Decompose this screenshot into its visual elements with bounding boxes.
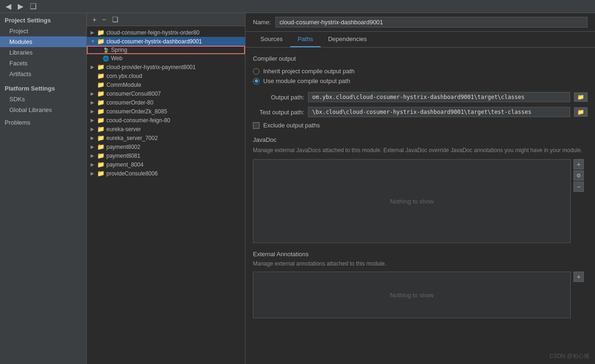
sidebar-item-artifacts[interactable]: Artifacts xyxy=(0,69,86,79)
tree-arrow: ▶ xyxy=(91,100,97,105)
sidebar-item-modules[interactable]: Modules xyxy=(0,36,86,47)
tab-paths[interactable]: Paths xyxy=(290,32,321,47)
tree-item-payment8001[interactable]: ▶ 📁 cloud-provider-hystrix-payment8001 xyxy=(87,63,245,71)
tree-add-button[interactable]: + xyxy=(91,14,98,24)
output-path-label: Output path: xyxy=(253,94,304,101)
tree-item-label: Spring xyxy=(111,47,127,53)
tree-item-label: consumerOrderZk_8085 xyxy=(106,108,167,115)
folder-icon: 📁 xyxy=(97,72,105,79)
radio-item-module[interactable]: Use module compile output path xyxy=(253,77,588,84)
tree-item-consumerorder80[interactable]: ▶ 📁 consumerOrder-80 xyxy=(87,98,245,107)
sidebar-item-facets[interactable]: Facets xyxy=(0,58,86,69)
output-path-input[interactable] xyxy=(308,92,570,102)
ext-ann-box: Nothing to show xyxy=(253,272,571,318)
tree-item-payment8081[interactable]: ▶ 📁 payment8081 xyxy=(87,151,245,160)
tree-item-label: eureka-server xyxy=(106,126,141,133)
sidebar-item-sdks[interactable]: SDKs xyxy=(0,94,86,105)
folder-icon: 📁 xyxy=(97,108,105,115)
tree-item-spring[interactable]: 🍃 Spring xyxy=(87,46,245,54)
tree-arrow: ▼ xyxy=(91,39,97,44)
tree-arrow: ▶ xyxy=(91,126,97,132)
sidebar-item-libraries[interactable]: Libraries xyxy=(0,47,86,58)
tree-item-eureka-server-7002[interactable]: ▶ 📁 eureka_server_7002 xyxy=(87,133,245,142)
folder-icon: 📁 xyxy=(97,134,105,141)
tree-item-com-ybx-cloud[interactable]: ▶ 📁 com.ybx.cloud xyxy=(87,71,245,80)
spring-icon: 🍃 xyxy=(103,47,109,53)
ext-ann-desc: Manage external annotations attached to … xyxy=(253,260,588,267)
tree-item-consumerorderzk8085[interactable]: ▶ 📁 consumerOrderZk_8085 xyxy=(87,107,245,116)
exclude-checkbox-label: Exclude output paths xyxy=(263,122,320,129)
output-path-row: Output path: 📁 xyxy=(253,92,588,102)
tree-arrow: ▶ xyxy=(91,118,97,123)
forward-button[interactable]: ▶ xyxy=(16,2,25,11)
tree-arrow: ▶ xyxy=(91,135,97,140)
radio-circle-inherit[interactable] xyxy=(253,68,259,75)
folder-icon: 📁 xyxy=(97,161,105,168)
sidebar-item-global-libraries[interactable]: Global Libraries xyxy=(0,105,86,115)
tree-item-label: payment8081 xyxy=(106,153,140,159)
platform-settings-title: Platform Settings xyxy=(0,81,86,94)
tree-item-provideconsule8006[interactable]: ▶ 📁 provideConsule8006 xyxy=(87,169,245,178)
compiler-output-title: Compiler output xyxy=(253,55,588,62)
test-output-path-input[interactable] xyxy=(308,107,570,117)
sidebar-item-project[interactable]: Project xyxy=(0,26,86,36)
javadoc-settings-btn[interactable]: ⚙ xyxy=(574,170,584,181)
tree-item-cooud-feign80[interactable]: ▶ 📁 cooud-consumer-feign-80 xyxy=(87,116,245,125)
radio-circle-module[interactable] xyxy=(253,78,259,84)
folder-icon: 📁 xyxy=(97,152,105,159)
tree-item-label: payment8002 xyxy=(106,144,140,150)
tree-item-payment8002[interactable]: ▶ 📁 payment8002 xyxy=(87,142,245,151)
tree-toolbar: + − ❑ xyxy=(87,13,245,26)
radio-label-inherit: Inherit project compile output path xyxy=(263,68,355,75)
test-output-path-row: Test output path: 📁 xyxy=(253,107,588,117)
tree-item-commmodule[interactable]: ▶ 📁 CommModule xyxy=(87,80,245,89)
ext-ann-empty-label: Nothing to show xyxy=(390,292,434,299)
javadoc-add-btn[interactable]: + xyxy=(574,159,584,169)
tree-item-label: consumerConsul8007 xyxy=(106,91,161,97)
tree-arrow: ▶ xyxy=(91,30,97,35)
name-input[interactable] xyxy=(275,17,588,28)
back-button[interactable]: ◀ xyxy=(4,2,13,11)
tree-panel: + − ❑ ▶ 📁 cloud-consumer-feign-hystrix-o… xyxy=(87,13,245,364)
javadoc-remove-btn[interactable]: − xyxy=(574,182,584,192)
copy-button[interactable]: ❑ xyxy=(28,2,38,11)
tree-copy-button[interactable]: ❑ xyxy=(110,14,120,25)
tree-item-label: payment_8004 xyxy=(106,161,143,168)
tree-item-eureka-server[interactable]: ▶ 📁 eureka-server xyxy=(87,125,245,133)
tree-arrow: ▶ xyxy=(91,171,97,176)
tree-arrow: ▶ xyxy=(91,153,97,158)
folder-icon: 📁 xyxy=(97,63,105,70)
ext-ann-add-btn[interactable]: + xyxy=(574,272,584,282)
radio-item-inherit[interactable]: Inherit project compile output path xyxy=(253,68,588,75)
tree-arrow: ▶ xyxy=(91,91,97,96)
output-path-browse-btn[interactable]: 📁 xyxy=(574,92,588,102)
folder-icon: 📁 xyxy=(97,117,105,124)
tab-dependencies[interactable]: Dependencies xyxy=(321,32,374,47)
javadoc-desc: Manage external JavaDocs attached to thi… xyxy=(253,146,588,154)
project-settings-title: Project Settings xyxy=(0,13,86,26)
sidebar: Project Settings Project Modules Librari… xyxy=(0,13,87,364)
exclude-checkbox-row: Exclude output paths xyxy=(253,122,588,129)
folder-icon: 📁 xyxy=(97,29,105,36)
tree-item-label: eureka_server_7002 xyxy=(106,135,158,141)
javadoc-box: Nothing to show xyxy=(253,159,571,243)
tree-item-label: cooud-consumer-feign-80 xyxy=(106,117,170,124)
radio-label-module: Use module compile output path xyxy=(263,77,350,84)
web-icon: 🌐 xyxy=(103,56,109,62)
test-output-path-browse-btn[interactable]: 📁 xyxy=(574,107,588,117)
tree-item-web[interactable]: 🌐 Web xyxy=(87,54,245,63)
tree-item-payment8004[interactable]: ▶ 📁 payment_8004 xyxy=(87,160,245,169)
exclude-checkbox[interactable] xyxy=(253,122,259,129)
tree-remove-button[interactable]: − xyxy=(100,14,108,24)
tab-sources[interactable]: Sources xyxy=(253,32,290,47)
tree-arrow: ▶ xyxy=(91,144,97,149)
tree-item-consumerconsul8007[interactable]: ▶ 📁 consumerConsul8007 xyxy=(87,89,245,98)
tree-arrow: ▶ xyxy=(91,109,97,114)
tree-arrow: ▶ xyxy=(91,64,97,70)
tree-item-dashboard9001[interactable]: ▼ 📁 cloud-cosumer-hystrix-dashboard9001 xyxy=(87,37,245,46)
tree-item-label: com.ybx.cloud xyxy=(106,73,142,79)
tree-item-label: cloud-provider-hystrix-payment8001 xyxy=(106,64,196,70)
tree-item-order80[interactable]: ▶ 📁 cloud-consumer-feign-hystrix-order80 xyxy=(87,28,245,37)
main-layout: Project Settings Project Modules Librari… xyxy=(0,13,595,364)
sidebar-problems[interactable]: Problems xyxy=(0,115,86,128)
